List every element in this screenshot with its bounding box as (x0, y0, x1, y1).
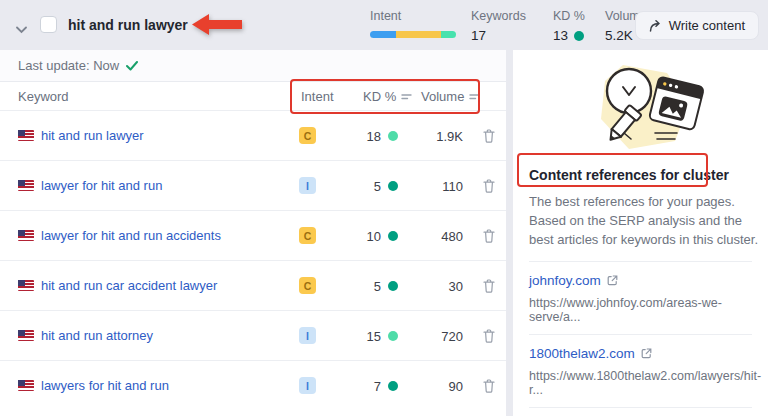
kd-value: 13 (553, 28, 568, 43)
reference-url: https://www.johnfoy.com/areas-we-serve/a… (529, 296, 752, 324)
reference-domain-text: johnfoy.com (529, 273, 601, 288)
intent-distribution-bar (370, 31, 456, 38)
kd-cell-value: 10 (367, 229, 381, 244)
table-row: hit and run lawyer C 18 1.9K (0, 110, 506, 160)
sort-icon (469, 92, 480, 101)
cluster-title: hit and run lawyer (68, 17, 188, 33)
intent-segment-informational (370, 31, 396, 38)
reference-url: https://www.1800thelaw2.com/lawyers/hit-… (529, 369, 752, 397)
stat-kd: KD % 13 (553, 9, 585, 43)
kd-header-label: KD % (363, 89, 396, 104)
trash-icon[interactable] (483, 229, 495, 247)
kd-difficulty-dot (388, 231, 398, 241)
cluster-header-bar: hit and run lawyer Intent Keywords 17 KD… (0, 0, 768, 50)
sidebar-heading: Content references for cluster (529, 167, 752, 183)
table-row: hit and run car accident lawyer C 5 30 (0, 260, 506, 310)
external-link-icon (641, 348, 652, 359)
volume-cell-value: 90 (405, 361, 463, 411)
reference-list: johnfoy.com https://www.johnfoy.com/area… (529, 261, 752, 416)
sidebar-description: The best references for your pages. Base… (529, 192, 761, 250)
lightbulb-idea-illustration (571, 57, 711, 153)
volume-cell-value: 1.9K (405, 111, 463, 161)
table-row: lawyer for hit and run accidents C 10 48… (0, 210, 506, 260)
kd-label: KD % (553, 9, 585, 23)
trash-icon[interactable] (483, 329, 495, 347)
stat-keywords: Keywords 17 (471, 9, 526, 43)
chevron-down-icon[interactable] (16, 20, 27, 38)
reference-domain-link[interactable]: 1800thelaw2.com (529, 346, 652, 361)
content-references-panel: Content references for cluster The best … (513, 50, 768, 416)
kd-difficulty-dot (388, 381, 398, 391)
volume-cell-value: 480 (405, 211, 463, 261)
volume-header-label: Volume (421, 89, 464, 104)
intent-segment-commercial (396, 31, 441, 38)
list-item: arashlaw.com https://arashlaw.com/practi… (529, 407, 752, 416)
stat-intent: Intent (370, 9, 456, 38)
us-flag-icon (18, 330, 34, 341)
write-content-label: Write content (669, 18, 745, 33)
kd-cell-value: 15 (367, 329, 381, 344)
us-flag-icon (18, 280, 34, 291)
keyword-link[interactable]: hit and run car accident lawyer (41, 278, 217, 293)
update-check-icon (126, 61, 138, 71)
kd-difficulty-dot (574, 31, 584, 41)
volume-cell-value: 720 (405, 311, 463, 361)
keyword-link[interactable]: lawyers for hit and run (41, 378, 169, 393)
column-header-kd[interactable]: KD % (363, 89, 412, 104)
reference-domain-link[interactable]: johnfoy.com (529, 273, 618, 288)
kd-difficulty-dot (388, 281, 398, 291)
column-header-keyword: Keyword (18, 89, 69, 104)
volume-cell-value: 30 (405, 261, 463, 311)
us-flag-icon (18, 380, 34, 391)
table-row: lawyer for hit and run I 5 110 (0, 160, 506, 210)
write-content-arrow-icon (649, 20, 662, 32)
intent-badge: C (299, 277, 316, 294)
kd-cell-value: 7 (374, 379, 381, 394)
volume-cell-value: 110 (405, 161, 463, 211)
column-header-intent: Intent (301, 89, 334, 104)
kd-difficulty-dot (388, 331, 398, 341)
keywords-value: 17 (471, 28, 526, 43)
intent-badge: C (299, 127, 316, 144)
keyword-link[interactable]: lawyer for hit and run accidents (41, 228, 221, 243)
trash-icon[interactable] (483, 379, 495, 397)
intent-badge: I (299, 377, 316, 394)
table-row: lawyers for hit and run I 7 90 (0, 360, 506, 410)
kd-cell-value: 5 (374, 179, 381, 194)
cluster-checkbox[interactable] (40, 16, 57, 33)
keyword-link[interactable]: hit and run attorney (41, 328, 153, 343)
intent-segment-transactional (441, 31, 456, 38)
intent-badge: I (299, 327, 316, 344)
reference-domain-text: 1800thelaw2.com (529, 346, 635, 361)
kd-difficulty-dot (388, 181, 398, 191)
trash-icon[interactable] (483, 279, 495, 297)
table-header-row: Keyword Intent KD % Volume (0, 82, 506, 110)
list-item: johnfoy.com https://www.johnfoy.com/area… (529, 261, 752, 334)
keywords-label: Keywords (471, 9, 526, 23)
last-update-text: Last update: Now (18, 58, 119, 73)
keyword-table-panel: Last update: Now Keyword Intent KD % Vol… (0, 50, 506, 416)
column-header-volume[interactable]: Volume (421, 89, 480, 104)
intent-badge: I (299, 177, 316, 194)
list-item: 1800thelaw2.com https://www.1800thelaw2.… (529, 334, 752, 407)
intent-badge: C (299, 227, 316, 244)
keyword-link[interactable]: lawyer for hit and run (41, 178, 162, 193)
kd-difficulty-dot (388, 131, 398, 141)
write-content-button[interactable]: Write content (635, 11, 759, 40)
keyword-rows: hit and run lawyer C 18 1.9K lawyer for … (0, 110, 506, 410)
intent-label: Intent (370, 9, 456, 23)
last-update-bar: Last update: Now (0, 50, 506, 82)
external-link-icon (607, 275, 618, 286)
us-flag-icon (18, 130, 34, 141)
kd-cell-value: 5 (374, 279, 381, 294)
table-row: hit and run attorney I 15 720 (0, 310, 506, 360)
sort-icon (401, 92, 412, 101)
us-flag-icon (18, 180, 34, 191)
trash-icon[interactable] (483, 129, 495, 147)
us-flag-icon (18, 230, 34, 241)
keyword-link[interactable]: hit and run lawyer (41, 128, 144, 143)
kd-cell-value: 18 (367, 129, 381, 144)
trash-icon[interactable] (483, 179, 495, 197)
